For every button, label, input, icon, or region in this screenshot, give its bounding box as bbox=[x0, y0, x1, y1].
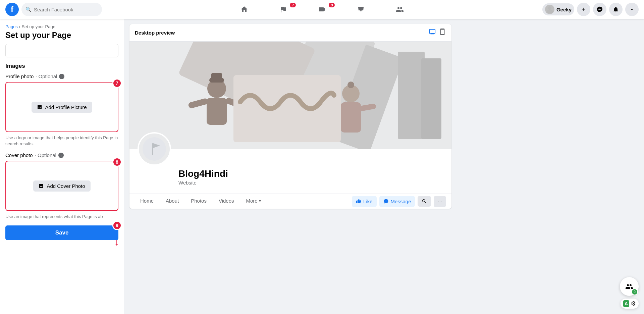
message-label: Message bbox=[391, 199, 411, 204]
nav-groups-button[interactable] bbox=[381, 1, 419, 17]
right-content: Desktop preview bbox=[124, 19, 644, 314]
arrow-down-icon: ↓ bbox=[114, 238, 119, 247]
preview-box: Desktop preview bbox=[129, 24, 451, 209]
step-7-badge: 7 bbox=[112, 78, 122, 88]
profile-photo-info-icon[interactable]: i bbox=[59, 74, 64, 79]
add-profile-picture-button[interactable]: Add Profile Picture bbox=[32, 102, 92, 113]
like-label: Like bbox=[363, 199, 373, 204]
svg-point-19 bbox=[143, 137, 166, 161]
nav-video-button[interactable]: 9 bbox=[303, 1, 341, 17]
page-nav-about[interactable]: About bbox=[160, 194, 184, 209]
page-nav-photos[interactable]: Photos bbox=[185, 194, 212, 209]
profile-photo-upload-area[interactable]: Add Profile Picture 7 bbox=[5, 82, 118, 132]
notifications-button[interactable] bbox=[609, 3, 623, 16]
desktop-preview-button[interactable] bbox=[429, 28, 436, 37]
bottom-right-panel: 0 A ⚙ bbox=[620, 277, 639, 309]
nav-home-button[interactable] bbox=[225, 1, 263, 17]
profile-photo-hint: Use a logo or image that helps people id… bbox=[5, 135, 118, 147]
svg-rect-4 bbox=[398, 52, 425, 139]
profile-name: Blog4Hindi bbox=[178, 168, 446, 179]
breadcrumb-current: Set up your Page bbox=[21, 24, 55, 29]
preview-header: Desktop preview bbox=[129, 24, 451, 42]
page-nav-links: Home About Photos Videos More ▾ bbox=[135, 194, 266, 209]
more-actions-button[interactable]: ··· bbox=[434, 196, 446, 207]
svg-rect-20 bbox=[152, 143, 153, 155]
nav-center: 7 9 bbox=[105, 1, 540, 17]
page-nav-videos[interactable]: Videos bbox=[213, 194, 239, 209]
save-button[interactable]: Save bbox=[5, 225, 118, 240]
video-badge: 9 bbox=[329, 3, 335, 7]
top-navigation: f 🔍 7 9 Geeky + bbox=[0, 0, 644, 19]
nav-store-button[interactable] bbox=[342, 1, 380, 17]
svg-point-0 bbox=[548, 6, 551, 10]
people-badge: 0 bbox=[631, 289, 638, 295]
profile-category: Website bbox=[178, 180, 446, 186]
page-nav-home[interactable]: Home bbox=[135, 194, 159, 209]
accessibility-a-icon[interactable]: A bbox=[623, 300, 629, 307]
page-title: Set up your Page bbox=[5, 31, 118, 40]
step-9-badge: 9 bbox=[112, 221, 122, 230]
messenger-button[interactable] bbox=[593, 3, 606, 16]
more-dropdown-arrow: ▾ bbox=[259, 199, 261, 203]
mobile-preview-button[interactable] bbox=[439, 28, 446, 37]
people-nearby-button[interactable]: 0 bbox=[620, 277, 639, 296]
search-page-button[interactable] bbox=[418, 196, 431, 207]
page-nav-more[interactable]: More ▾ bbox=[241, 194, 266, 209]
svg-rect-15 bbox=[341, 102, 361, 133]
profile-photo-label: Profile photo · Optional i bbox=[5, 73, 118, 79]
nav-flag-button[interactable]: 7 bbox=[264, 1, 302, 17]
left-panel: Pages › Set up your Page Set up your Pag… bbox=[0, 19, 124, 314]
cover-photo-label: Cover photo · Optional i bbox=[5, 152, 118, 158]
flag-badge: 7 bbox=[290, 3, 296, 7]
accessibility-bar: A ⚙ bbox=[621, 299, 639, 309]
message-page-button[interactable]: Message bbox=[379, 196, 415, 207]
add-cover-photo-button[interactable]: Add Cover Photo bbox=[33, 180, 90, 192]
svg-rect-10 bbox=[207, 98, 227, 125]
like-page-button[interactable]: Like bbox=[352, 196, 377, 207]
images-section-title: Images bbox=[5, 63, 118, 69]
search-bar: 🔍 bbox=[21, 3, 102, 16]
page-nav-actions: Like Message ··· bbox=[352, 196, 446, 207]
nav-right: Geeky + bbox=[542, 3, 639, 16]
create-icon: + bbox=[582, 6, 586, 13]
preview-device-icons bbox=[429, 28, 446, 37]
svg-rect-18 bbox=[233, 75, 341, 142]
user-profile-button[interactable]: Geeky bbox=[542, 3, 574, 15]
facebook-logo[interactable]: f bbox=[5, 3, 19, 16]
cover-photo-hint: Use an image that represents what this P… bbox=[5, 214, 118, 220]
accessibility-gear-icon[interactable]: ⚙ bbox=[631, 300, 636, 307]
main-layout: Pages › Set up your Page Set up your Pag… bbox=[0, 0, 644, 314]
preview-title: Desktop preview bbox=[135, 30, 175, 36]
cover-photo-info-icon[interactable]: i bbox=[58, 153, 64, 158]
create-button[interactable]: + bbox=[577, 3, 590, 16]
breadcrumb: Pages › Set up your Page bbox=[5, 24, 118, 29]
cover-photo-area bbox=[129, 42, 451, 149]
menu-button[interactable] bbox=[625, 3, 639, 16]
breadcrumb-pages-link[interactable]: Pages bbox=[5, 24, 18, 29]
step-8-badge: 8 bbox=[112, 157, 122, 167]
user-name: Geeky bbox=[556, 7, 572, 12]
cover-photo-upload-area[interactable]: Add Cover Photo 8 bbox=[5, 161, 118, 211]
save-button-wrapper: 9 Save ↓ bbox=[5, 225, 118, 240]
ellipsis-icon: ··· bbox=[438, 199, 442, 204]
svg-rect-5 bbox=[421, 58, 441, 139]
user-avatar bbox=[545, 5, 554, 14]
search-input[interactable] bbox=[34, 7, 98, 12]
page-name-input[interactable] bbox=[5, 44, 118, 57]
svg-point-14 bbox=[347, 82, 354, 88]
search-icon: 🔍 bbox=[25, 7, 31, 12]
profile-section: Blog4Hindi Website bbox=[129, 149, 451, 190]
svg-rect-9 bbox=[211, 73, 222, 79]
page-nav-bar: Home About Photos Videos More ▾ Like bbox=[129, 194, 451, 209]
profile-avatar bbox=[138, 132, 171, 166]
preview-scroll-area[interactable]: Blog4Hindi Website Home About Photos Vid… bbox=[129, 42, 451, 209]
profile-info: Blog4Hindi Website bbox=[135, 149, 446, 186]
